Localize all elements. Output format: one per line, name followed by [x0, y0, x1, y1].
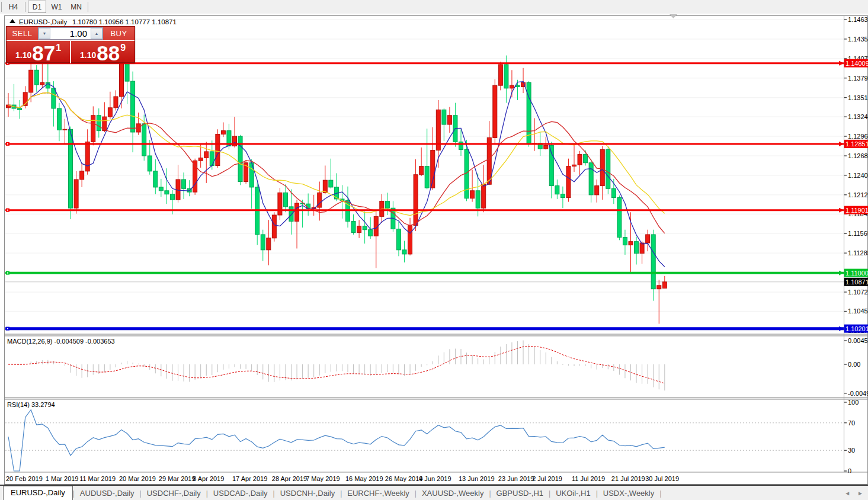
- rsi-tick-label: 30: [848, 447, 855, 454]
- rsi-pane[interactable]: [5, 399, 844, 472]
- date-tick-label: 8 Apr 2019: [193, 475, 224, 482]
- buy-price[interactable]: 1.10 88 9: [71, 41, 134, 63]
- price-badge-label: 1.10201: [845, 325, 868, 332]
- volume-value[interactable]: 1.00: [50, 28, 91, 39]
- date-tick-label: 2 Jul 2019: [532, 475, 562, 482]
- buy-price-main: 88: [97, 45, 120, 62]
- price-tick-label: 1.12120: [848, 191, 868, 198]
- sell-price[interactable]: 1.10 87 1: [7, 41, 70, 63]
- date-tick-label: 13 Jun 2019: [459, 475, 495, 482]
- date-tick-label: 4 Jun 2019: [419, 475, 451, 482]
- line-marker-dot: [7, 210, 8, 211]
- rsi-tick-label: 70: [848, 419, 855, 427]
- price-tick-label: 1.13240: [848, 113, 868, 120]
- tab-separator: |: [659, 489, 661, 500]
- one-click-trade-panel: SELL ▼ 1.00 ▲ BUY 1.10 87 1 1.10 88 9: [6, 26, 135, 63]
- macd-tick-label: -0.00494: [848, 390, 868, 397]
- sell-price-pip: 1: [56, 43, 61, 53]
- line-marker-dot: [7, 328, 8, 329]
- chart-title: EURUSD-,Daily: [19, 18, 67, 25]
- price-tick-label: 1.12960: [848, 133, 868, 140]
- date-tick-label: 28 Apr 2019: [272, 475, 307, 482]
- price-tick-label: 1.12400: [848, 172, 868, 179]
- date-tick-label: 17 Apr 2019: [232, 475, 267, 482]
- price-tick-label: 1.14355: [848, 36, 868, 43]
- price-badge-label: 1.11901: [845, 207, 868, 214]
- price-tick-label: 1.13795: [848, 75, 868, 82]
- tab-usdchf[interactable]: USDCHF-,Daily: [142, 487, 206, 500]
- toolbar-separator: [25, 2, 25, 12]
- line-marker-dot: [7, 273, 8, 274]
- date-tick-label: 20 Feb 2019: [6, 475, 43, 482]
- rsi-label: RSI(14) 33.2794: [7, 401, 55, 408]
- tabs-scroll-right-icon[interactable]: ►: [857, 490, 863, 496]
- date-tick-label: 26 May 2019: [385, 475, 423, 482]
- tab-gbpusd[interactable]: GBPUSD-,H1: [491, 487, 549, 500]
- timeframe-button-h4[interactable]: H4: [4, 1, 23, 13]
- tab-ukoil[interactable]: UKOil-,H1: [550, 487, 596, 500]
- macd-label: MACD(12,26,9) -0.004509 -0.003653: [7, 338, 115, 345]
- price-tick-label: 1.14635: [848, 16, 868, 23]
- price-tick-label: 1.10450: [848, 307, 868, 315]
- tabs-scroll-left-icon[interactable]: ◄: [844, 490, 850, 496]
- sell-price-main: 87: [32, 45, 55, 62]
- chart-ohlc-values: 1.10780 1.10956 1.10777 1.10871: [72, 18, 177, 25]
- volume-spinner: ▼ 1.00 ▲: [38, 27, 103, 40]
- sell-button[interactable]: SELL: [7, 29, 38, 38]
- date-tick-label: 29 Mar 2019: [159, 475, 196, 482]
- date-tick-label: 16 May 2019: [345, 475, 383, 482]
- tab-eurchf[interactable]: EURCHF-,Weekly: [342, 487, 415, 500]
- date-tick-label: 30 Jul 2019: [645, 475, 679, 482]
- timeframe-button-mn[interactable]: MN: [67, 1, 85, 13]
- tab-usdx[interactable]: USDX-,Weekly: [598, 487, 659, 500]
- price-tick-label: 1.11565: [848, 230, 868, 237]
- date-tick-label: 11 Mar 2019: [79, 475, 116, 482]
- tab-audusd[interactable]: AUDUSD-,Daily: [75, 487, 140, 500]
- toolbar-separator: [1, 2, 2, 12]
- tab-usdcnh[interactable]: USDCNH-,Daily: [275, 487, 340, 500]
- date-tick-label: 20 Mar 2019: [119, 475, 156, 482]
- macd-tick-label: 0.004524: [848, 337, 868, 344]
- buy-price-prefix: 1.10: [80, 50, 96, 60]
- price-tick-label: 1.11285: [848, 249, 868, 257]
- chart-canvas[interactable]: 1.146351.143551.140751.137951.135151.132…: [0, 14, 868, 485]
- symbol-tabbar: EURUSD-,Daily|AUDUSD-,Daily|USDCHF-,Dail…: [0, 485, 868, 500]
- date-tick-label: 21 Jul 2019: [611, 475, 645, 482]
- price-badge-label: 1.10871: [845, 278, 868, 286]
- price-badge-label: 1.12851: [845, 140, 868, 148]
- price-tick-label: 1.10725: [848, 289, 868, 296]
- buy-button[interactable]: BUY: [103, 29, 134, 38]
- macd-tick-label: 0.00: [848, 361, 860, 368]
- timeframe-button-d1[interactable]: D1: [28, 1, 46, 13]
- tab-xauusd[interactable]: XAUUSD-,Weekly: [417, 487, 489, 500]
- price-badge-label: 1.11000: [845, 270, 868, 277]
- date-tick-label: 7 May 2019: [306, 475, 339, 482]
- tab-usdcad[interactable]: USDCAD-,Daily: [208, 487, 273, 500]
- date-tick-label: 1 Mar 2019: [46, 475, 79, 482]
- date-tick-label: 11 Jul 2019: [572, 475, 605, 482]
- price-tick-label: 1.12680: [848, 152, 868, 159]
- volume-increase-button[interactable]: ▲: [91, 28, 103, 39]
- line-marker-dot: [7, 143, 8, 145]
- price-tick-label: 1.13515: [848, 94, 868, 101]
- tab-eurusd[interactable]: EURUSD-,Daily: [3, 486, 73, 500]
- sell-price-prefix: 1.10: [15, 50, 31, 60]
- timeframe-button-w1[interactable]: W1: [47, 1, 66, 13]
- rsi-tick-label: 100: [848, 399, 859, 406]
- timeframe-toolbar: H4D1W1MN: [0, 0, 868, 14]
- volume-decrease-button[interactable]: ▼: [39, 28, 50, 39]
- trading-terminal: { "toolbar": {"timeframes": [ {"label": …: [0, 0, 868, 500]
- price-badge-label: 1.14009: [845, 60, 868, 67]
- date-tick-label: 23 Jun 2019: [498, 475, 534, 482]
- buy-price-pip: 9: [120, 43, 126, 53]
- toolbar-separator: [88, 2, 88, 12]
